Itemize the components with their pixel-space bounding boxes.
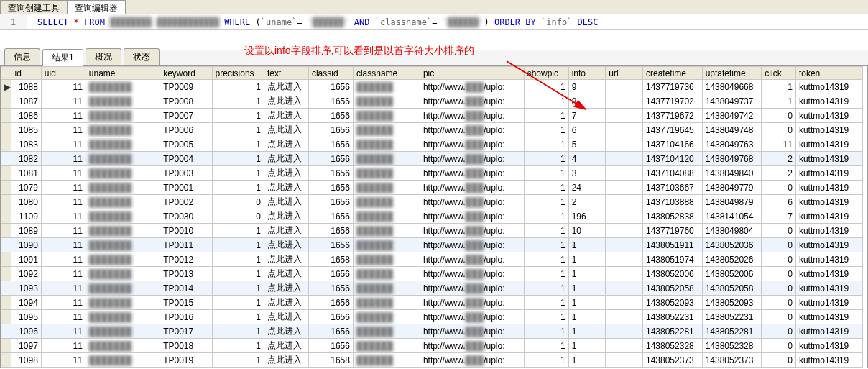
cell-pic[interactable]: http://www.███/uplo: [420,310,524,324]
cell-keyword[interactable]: TP0003 [160,166,212,181]
cell-url[interactable] [606,123,643,137]
cell-uptatetime[interactable]: 1438052006 [702,267,762,281]
cell-click[interactable]: 0 [762,310,796,324]
cell-uname[interactable]: ███████ [86,195,160,209]
cell-text[interactable]: 点此进入 [264,238,308,252]
cell-text[interactable]: 点此进入 [264,224,308,238]
cell-classid[interactable]: 1656 [308,80,353,94]
cell-text[interactable]: 点此进入 [264,166,308,181]
cell-click[interactable]: 0 [762,109,796,123]
cell-uid[interactable]: 11 [41,296,86,310]
cell-id[interactable]: 1098 [11,353,41,368]
tab-status[interactable]: 状态 [124,48,160,65]
cell-precisions[interactable]: 1 [212,324,264,339]
cell-info[interactable]: 6 [568,123,606,137]
cell-info[interactable]: 1 [568,310,606,324]
cell-classname[interactable]: ██████ [353,152,420,166]
cell-uid[interactable]: 11 [41,324,86,339]
row-handle[interactable] [1,109,11,123]
cell-precisions[interactable]: 1 [212,353,264,368]
cell-showpic[interactable]: 1 [524,80,568,94]
cell-uid[interactable]: 11 [41,94,86,109]
cell-url[interactable] [606,281,643,296]
cell-pic[interactable]: http://www.███/uplo: [420,94,524,109]
cell-uptatetime[interactable]: 1438049742 [702,109,762,123]
table-row[interactable]: 109611███████TP00171点此进入1656██████http:/… [1,324,863,339]
cell-uname[interactable]: ███████ [86,368,160,369]
cell-classname[interactable]: ██████ [353,252,420,267]
cell-classname[interactable]: ██████ [353,109,420,123]
cell-id[interactable]: 1109 [11,209,41,224]
cell-uid[interactable]: 11 [41,137,86,152]
col-classname[interactable]: classname [353,67,420,80]
cell-uid[interactable]: 11 [41,281,86,296]
cell-keyword[interactable]: TP0015 [160,296,212,310]
row-handle[interactable] [1,152,11,166]
cell-showpic[interactable]: 1 [524,252,568,267]
cell-uptatetime[interactable]: 1438052328 [702,339,762,353]
cell-id[interactable]: 1087 [11,94,41,109]
cell-keyword[interactable]: TP0018 [160,339,212,353]
cell-uid[interactable]: 11 [41,109,86,123]
row-handle[interactable] [1,224,11,238]
cell-text[interactable]: 点此进入 [264,281,308,296]
cell-token[interactable]: kuttmo14319 [795,252,862,267]
cell-showpic[interactable]: 1 [524,166,568,181]
tab-query-editor[interactable]: 查询编辑器 [67,0,126,14]
cell-classid[interactable]: 1656 [308,123,353,137]
col-token[interactable]: token [795,67,862,80]
cell-classname[interactable]: ██████ [353,224,420,238]
cell-text[interactable]: 点此进入 [264,209,308,224]
cell-text[interactable]: 点此进入 [264,324,308,339]
cell-pic[interactable]: http://www.███/uplo: [420,80,524,94]
cell-precisions[interactable]: 0 [212,195,264,209]
cell-pic[interactable]: http://www.███/uplo: [420,123,524,137]
cell-text[interactable]: 点此进入 [264,109,308,123]
row-handle[interactable] [1,166,11,181]
cell-createtime[interactable]: 1437103888 [642,195,702,209]
cell-createtime[interactable]: 1438052328 [642,339,702,353]
cell-text[interactable]: 点此进入 [264,339,308,353]
table-row[interactable]: 108211███████TP00041点此进入1656██████http:/… [1,152,863,166]
cell-createtime[interactable]: 1438052838 [642,209,702,224]
cell-showpic[interactable]: 1 [524,224,568,238]
cell-uptatetime[interactable]: 1438052036 [702,238,762,252]
cell-keyword[interactable]: TP0019 [160,353,212,368]
cell-classid[interactable]: 1656 [308,195,353,209]
cell-text[interactable]: 点此进入 [264,137,308,152]
sql-text[interactable]: SELECT * FROM ████████ ████████████ WHER… [27,17,598,27]
cell-classid[interactable]: 1656 [308,368,353,369]
table-row[interactable]: 107911███████TP00011点此进入1656██████http:/… [1,181,863,195]
cell-text[interactable]: 点此进入 [264,296,308,310]
cell-createtime[interactable]: 1437719760 [642,224,702,238]
cell-classname[interactable]: ██████ [353,137,420,152]
cell-token[interactable]: kuttmo14319 [795,267,862,281]
cell-click[interactable]: 6 [762,195,796,209]
col-uptatetime[interactable]: uptatetime [702,67,762,80]
table-row[interactable]: 108511███████TP00061点此进入1656██████http:/… [1,123,863,137]
cell-info[interactable]: 1 [568,368,606,369]
cell-showpic[interactable]: 1 [524,181,568,195]
cell-info[interactable]: 1 [568,339,606,353]
col-showpic[interactable]: showpic [524,67,568,80]
cell-text[interactable]: 点此进入 [264,252,308,267]
row-handle[interactable] [1,238,11,252]
tab-result1[interactable]: 结果1 [42,49,83,66]
cell-text[interactable]: 点此进入 [264,181,308,195]
cell-classname[interactable]: ██████ [353,368,420,369]
cell-pic[interactable]: http://www.███/uplo: [420,368,524,369]
cell-showpic[interactable]: 1 [524,94,568,109]
cell-url[interactable] [606,152,643,166]
cell-createtime[interactable]: 1438052006 [642,267,702,281]
cell-classid[interactable]: 1656 [308,324,353,339]
cell-createtime[interactable]: 1438051974 [642,252,702,267]
cell-id[interactable]: 1080 [11,195,41,209]
cell-precisions[interactable]: 1 [212,80,264,94]
cell-click[interactable]: 0 [762,224,796,238]
cell-showpic[interactable]: 1 [524,368,568,369]
cell-url[interactable] [606,353,643,368]
cell-pic[interactable]: http://www.███/uplo: [420,252,524,267]
cell-info[interactable]: 1 [568,267,606,281]
cell-uname[interactable]: ███████ [86,238,160,252]
col-info[interactable]: info [568,67,606,80]
